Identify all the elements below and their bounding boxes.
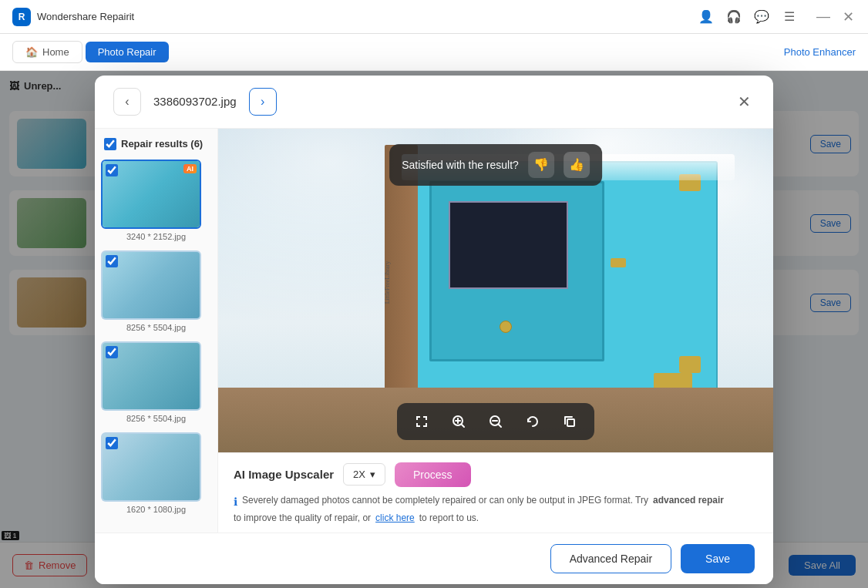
zoom-out-icon: [488, 414, 503, 429]
satisfied-banner: Satisfied with the result? 👎 👍: [389, 144, 602, 186]
file-thumb-4: [101, 432, 201, 502]
minimize-button[interactable]: —: [816, 9, 831, 25]
file-list-header: Repair results (6): [101, 138, 211, 150]
modal-overlay: ‹ 3386093702.jpg › ✕: [0, 71, 868, 588]
upscaler-label: AI Image Upscaler: [234, 468, 334, 481]
info-text-after: to report to us.: [419, 512, 479, 523]
svg-rect-2: [567, 419, 574, 426]
main-content: 🖼 Unrep... 🖼 6 Save 🖼 1 Save: [0, 71, 868, 588]
info-icon: ℹ: [234, 496, 237, 508]
photo-repair-nav-button[interactable]: Photo Repair: [86, 42, 169, 62]
file-item-2[interactable]: 8256 * 5504.jpg: [101, 250, 211, 332]
info-row: ℹ Severely damaged photos cannot be comp…: [234, 495, 758, 523]
img-box: [412, 161, 718, 404]
rotate-icon: [525, 414, 540, 429]
click-here-link[interactable]: click here: [375, 512, 415, 523]
file-list-panel: Repair results (6) AI 3240 * 2152.jpg: [95, 129, 218, 533]
zoom-in-button[interactable]: [446, 409, 471, 434]
nav-bar: 🏠 Home Photo Repair Photo Enhancer: [0, 34, 868, 71]
prev-image-button[interactable]: ‹: [113, 88, 141, 116]
upscaler-select[interactable]: 2X ▾: [343, 463, 385, 486]
file-item-name-2: 8256 * 5504.jpg: [101, 323, 211, 332]
img-door: [429, 181, 604, 361]
modal-footer: Advanced Repair Save: [95, 533, 773, 584]
fullscreen-icon: [414, 414, 429, 429]
zoom-in-icon: [451, 414, 466, 429]
copy-icon: [562, 414, 577, 429]
img-hinge-bottom: [679, 356, 701, 373]
menu-icon[interactable]: ☰: [782, 9, 797, 25]
process-button[interactable]: Process: [395, 462, 471, 487]
img-latch: [611, 258, 626, 267]
image-container: LittleFreeLibrary Satisfied with the res…: [218, 129, 773, 452]
rotate-button[interactable]: [520, 409, 545, 434]
app-logo: R: [12, 8, 31, 26]
file-item-3[interactable]: 8256 * 5504.jpg: [101, 341, 211, 423]
title-bar-right: 👤 🎧 💬 ☰ — ✕: [698, 9, 856, 25]
info-text-before: Severely damaged photos cannot be comple…: [242, 495, 648, 506]
zoom-out-button[interactable]: [483, 409, 508, 434]
advanced-repair-link[interactable]: advanced repair: [653, 495, 724, 506]
next-image-button[interactable]: ›: [249, 88, 277, 116]
satisfied-text: Satisfied with the result?: [402, 159, 519, 171]
save-button[interactable]: Save: [681, 544, 755, 573]
bottom-panel: AI Image Upscaler 2X ▾ Process ℹ Severel…: [218, 452, 773, 533]
modal-dialog: ‹ 3386093702.jpg › ✕: [95, 76, 773, 584]
file-item-1[interactable]: AI 3240 * 2152.jpg: [101, 160, 211, 241]
file-thumb-3: [101, 341, 201, 411]
title-bar: R Wondershare Repairit 👤 🎧 💬 ☰ — ✕: [0, 0, 868, 34]
chat-icon[interactable]: 💬: [754, 9, 769, 25]
select-all-checkbox[interactable]: [104, 138, 116, 150]
image-viewer-panel: LittleFreeLibrary Satisfied with the res…: [218, 129, 773, 533]
fullscreen-button[interactable]: [409, 409, 434, 434]
title-bar-left: R Wondershare Repairit: [12, 8, 134, 26]
img-sign: LittleFreeLibrary: [374, 210, 402, 355]
thumbdown-button[interactable]: 👎: [528, 152, 554, 178]
modal-filename: 3386093702.jpg: [153, 95, 237, 108]
file-checkbox-4[interactable]: [106, 437, 118, 449]
app-title: Wondershare Repairit: [37, 11, 134, 22]
img-window: [449, 201, 568, 289]
modal-close-button[interactable]: ✕: [733, 91, 755, 113]
image-toolbar: [397, 403, 594, 440]
advanced-repair-button[interactable]: Advanced Repair: [550, 544, 671, 573]
app-window: R Wondershare Repairit 👤 🎧 💬 ☰ — ✕ 🏠 Hom…: [0, 0, 868, 588]
thumbup-button[interactable]: 👍: [564, 152, 590, 178]
file-checkbox-2[interactable]: [106, 255, 118, 267]
img-handle: [500, 321, 512, 333]
home-icon: 🏠: [25, 46, 38, 58]
modal-header: ‹ 3386093702.jpg › ✕: [95, 76, 773, 129]
modal-body: Repair results (6) AI 3240 * 2152.jpg: [95, 129, 773, 533]
modal-nav-controls: ‹ 3386093702.jpg ›: [113, 88, 277, 116]
file-checkbox-3[interactable]: [106, 346, 118, 358]
file-item-name-1: 3240 * 2152.jpg: [101, 232, 211, 241]
ai-badge-1: AI: [183, 164, 197, 173]
file-checkbox-1[interactable]: [106, 164, 118, 176]
file-item-4[interactable]: 1620 * 1080.jpg: [101, 432, 211, 514]
file-item-name-3: 8256 * 5504.jpg: [101, 414, 211, 423]
photo-enhancer-button[interactable]: Photo Enhancer: [784, 46, 856, 58]
close-button[interactable]: ✕: [840, 9, 856, 25]
window-controls: — ✕: [816, 9, 856, 25]
account-icon[interactable]: 👤: [698, 9, 714, 25]
upscaler-row: AI Image Upscaler 2X ▾ Process: [234, 462, 758, 487]
file-thumb-1: AI: [101, 160, 201, 229]
copy-button[interactable]: [557, 409, 582, 434]
file-thumb-2: [101, 250, 201, 320]
info-text-middle: to improve the quality of repair, or: [234, 512, 371, 523]
home-nav-button[interactable]: 🏠 Home: [12, 41, 82, 63]
file-item-name-4: 1620 * 1080.jpg: [101, 505, 211, 514]
headphone-icon[interactable]: 🎧: [726, 9, 742, 25]
